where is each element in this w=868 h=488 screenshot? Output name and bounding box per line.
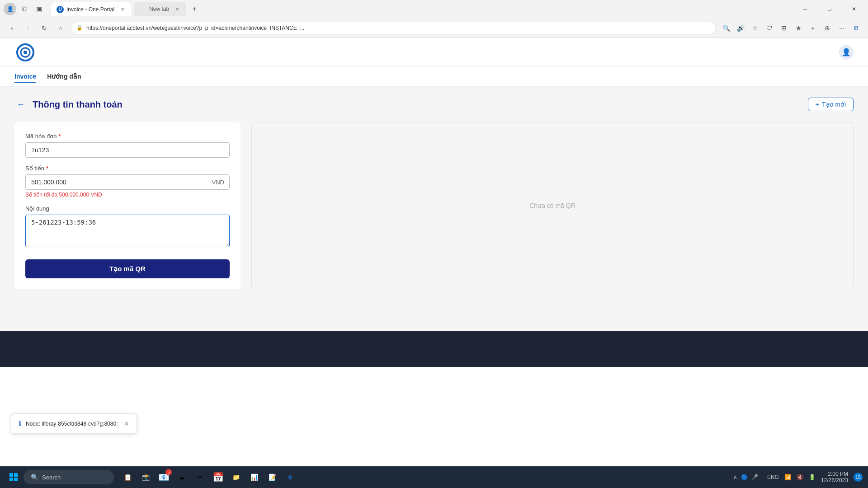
url-bar[interactable]: 🔒 https://oneportal.acbtest.vn/web/guest… — [71, 22, 716, 34]
amount-group: Số tiền * VND Số tiền tối đa 500.000.000… — [25, 165, 230, 198]
taskbar-app-teams[interactable]: 📅 — [210, 469, 226, 485]
page-header: ← Thông tin thanh toán + Tạo mới — [14, 98, 854, 111]
notification-close[interactable]: ✕ — [124, 420, 129, 427]
taskbar-app-files[interactable]: 📋 — [119, 469, 136, 485]
mic-icon[interactable]: 🎤 — [751, 474, 758, 480]
qr-placeholder: Chưa có mã QR — [529, 202, 576, 209]
browser-essentials-icon[interactable]: 🛡 — [763, 22, 776, 34]
svg-rect-6 — [14, 478, 18, 481]
create-new-btn[interactable]: + Tạo mới — [808, 98, 854, 111]
amount-input[interactable] — [25, 174, 230, 190]
minimize-btn[interactable]: ─ — [795, 2, 816, 16]
chevron-up-icon[interactable]: ∧ — [733, 474, 737, 480]
tab-close-invoice[interactable]: ✕ — [119, 6, 126, 13]
notification-toast: ℹ Node: liferay-855cfdd848-cvd7g:8080: ✕ — [11, 413, 137, 434]
taskbar-app-word[interactable]: 📝 — [264, 469, 280, 485]
tab-close-newtab[interactable]: ✕ — [174, 5, 181, 13]
edge-icon[interactable]: e — [850, 22, 863, 34]
site-nav: Invoice Hướng dẫn — [0, 67, 868, 87]
amount-label: Số tiền * — [25, 165, 230, 172]
maximize-btn[interactable]: □ — [819, 2, 840, 16]
read-aloud-icon[interactable]: 🔍 — [720, 22, 732, 34]
favorites-icon[interactable]: ☆ — [749, 22, 761, 34]
taskbar-icon-1[interactable]: 🔵 — [741, 474, 748, 480]
back-btn[interactable]: ‹ — [5, 22, 18, 34]
refresh-btn[interactable]: ↻ — [38, 22, 51, 34]
notification-icon: ℹ — [19, 419, 21, 428]
svg-rect-5 — [9, 478, 13, 481]
svg-rect-3 — [9, 473, 13, 477]
forward-btn[interactable]: › — [22, 22, 34, 34]
invoice-code-group: Mã hóa đơn * — [25, 133, 230, 158]
vertical-tabs-btn[interactable]: ▣ — [33, 3, 45, 15]
wifi-icon[interactable]: 📶 — [784, 474, 791, 480]
nav-guide[interactable]: Hướng dẫn — [47, 71, 81, 83]
taskbar-app-capture[interactable]: 📸 — [137, 469, 154, 485]
invoice-code-input[interactable] — [25, 142, 230, 158]
taskbar-search-text: Search — [42, 474, 61, 481]
taskbar-search[interactable]: 🔍 Search — [24, 470, 114, 484]
split-screen-icon[interactable]: ⊞ — [778, 22, 790, 34]
taskbar-app-snipping[interactable]: ✂ — [192, 469, 208, 485]
taskbar-time[interactable]: 2:00 PM 12/26/2023 — [821, 471, 848, 483]
content-input[interactable]: 5-261223-13:59:36 — [25, 215, 230, 247]
content-group: Nội dung 5-261223-13:59:36 — [25, 205, 230, 249]
start-btn[interactable] — [5, 469, 22, 485]
taskbar-app-onedrive[interactable]: ☁ — [174, 469, 190, 485]
search-toolbar-icon[interactable]: 🔊 — [734, 22, 747, 34]
settings-more-icon[interactable]: ··· — [835, 22, 848, 34]
taskbar-apps: 📋 📸 📧 6 ☁ ✂ 📅 📁 📊 📝 e — [119, 469, 298, 485]
submit-btn[interactable]: Tạo mã QR — [25, 259, 230, 278]
title-bar: 👤 ⧉ ▣ U Invoice - One Portal ✕ New tab ✕… — [0, 0, 868, 18]
amount-error: Số tiền tối đa 500.000.000 VND — [25, 192, 230, 198]
home-btn[interactable]: ⌂ — [54, 22, 67, 34]
taskbar: 🔍 Search 📋 📸 📧 6 ☁ ✂ 📅 📁 📊 📝 e ∧ 🔵 🎤 ENG… — [0, 466, 868, 488]
logo-svg — [14, 42, 36, 63]
content-label: Nội dung — [25, 205, 230, 212]
form-card: Mã hóa đơn * Số tiền * VND Số tiền tối đ… — [14, 122, 241, 289]
close-btn[interactable]: ✕ — [844, 2, 864, 16]
favorites-sidebar-icon[interactable]: ★ — [792, 22, 805, 34]
new-tab-btn[interactable]: + — [188, 3, 201, 15]
notification-count-badge[interactable]: 15 — [854, 473, 863, 482]
battery-icon: 🔋 — [809, 474, 816, 480]
create-new-label: Tạo mới — [822, 101, 846, 108]
invoice-code-required: * — [58, 133, 61, 140]
page-title: Thông tin thanh toán — [33, 99, 123, 110]
clock-time: 2:00 PM — [821, 471, 848, 477]
site-logo — [14, 42, 36, 63]
taskbar-app-excel[interactable]: 📊 — [246, 469, 262, 485]
tab-invoice[interactable]: U Invoice - One Portal ✕ — [51, 2, 132, 16]
volume-icon[interactable]: 🔇 — [797, 474, 803, 480]
nav-invoice[interactable]: Invoice — [14, 71, 36, 83]
language-indicator: ENG — [767, 474, 779, 480]
tab-label-newtab: New tab — [149, 6, 169, 12]
form-area: Mã hóa đơn * Số tiền * VND Số tiền tối đ… — [14, 122, 854, 289]
search-icon: 🔍 — [31, 474, 38, 481]
taskbar-sys-icons: ∧ 🔵 🎤 — [730, 474, 762, 480]
taskbar-app-outlook[interactable]: 📧 6 — [156, 469, 172, 485]
url-text: https://oneportal.acbtest.vn/web/guest/i… — [86, 25, 710, 31]
taskbar-app-edge[interactable]: e — [282, 469, 298, 485]
tab-label-invoice: Invoice - One Portal — [66, 6, 114, 13]
invoice-code-label: Mã hóa đơn * — [25, 133, 230, 140]
amount-wrapper: VND — [25, 174, 230, 190]
main-content: ← Thông tin thanh toán + Tạo mới Mã hóa … — [0, 87, 868, 331]
site-header: 👤 — [0, 38, 868, 67]
address-bar: ‹ › ↻ ⌂ 🔒 https://oneportal.acbtest.vn/w… — [0, 18, 868, 38]
footer — [0, 331, 868, 367]
svg-rect-4 — [14, 473, 18, 477]
taskbar-right: ∧ 🔵 🎤 ENG 📶 🔇 🔋 2:00 PM 12/26/2023 15 — [730, 471, 863, 483]
user-profile-icon[interactable]: 👤 — [839, 45, 854, 60]
lock-icon: 🔒 — [76, 25, 83, 31]
collections-icon[interactable]: + — [807, 22, 819, 34]
windows-icon — [9, 473, 18, 482]
browser-action-1[interactable]: ⊕ — [821, 22, 834, 34]
extensions-btn[interactable]: ⧉ — [18, 3, 31, 15]
clock-date: 12/26/2023 — [821, 477, 848, 483]
taskbar-app-explorer[interactable]: 📁 — [228, 469, 244, 485]
qr-card: Chưa có mã QR — [251, 122, 854, 289]
back-page-btn[interactable]: ← — [14, 98, 27, 111]
profile-avatar[interactable]: 👤 — [4, 3, 16, 15]
tab-newtab[interactable]: New tab ✕ — [134, 2, 186, 16]
